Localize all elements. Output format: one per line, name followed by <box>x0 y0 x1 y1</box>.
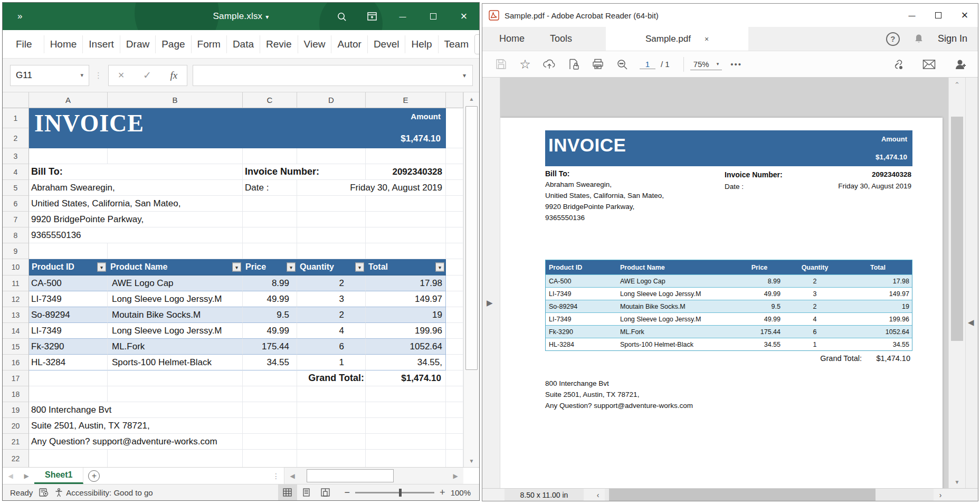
vertical-scrollbar-thumb[interactable] <box>465 106 478 370</box>
empty-cell[interactable] <box>29 148 108 164</box>
sheet-nav-left-icon[interactable]: ◀ <box>3 468 18 484</box>
macro-record-icon[interactable] <box>39 488 49 497</box>
page-layout-view-button[interactable] <box>297 484 316 500</box>
empty-cell[interactable] <box>243 243 297 259</box>
date-value-cell[interactable]: Friday 30, August 2019 <box>297 180 446 196</box>
row-header-2[interactable]: 2 <box>3 128 29 148</box>
footer-line-cell[interactable]: 800 Interchange Bvt <box>29 402 243 418</box>
empty-cell[interactable] <box>446 243 463 259</box>
tab-sample-pdf[interactable]: Sample.pdf × <box>606 27 748 51</box>
empty-cell[interactable] <box>446 108 463 148</box>
ribbon-display-options-icon[interactable] <box>357 3 387 30</box>
horizontal-scrollbar[interactable]: ◀ ▶ <box>284 468 463 484</box>
scroll-left-icon[interactable]: ◀ <box>284 468 300 484</box>
row-header-4[interactable]: 4 <box>3 164 29 180</box>
tab-home[interactable]: Home <box>487 27 537 51</box>
cell-price[interactable]: 49.99 <box>243 291 297 307</box>
sheet-nav-right-icon[interactable]: ▶ <box>18 468 34 484</box>
cell-product-name[interactable]: ML.Fork <box>108 339 243 355</box>
cell-product-id[interactable]: Fk-3290 <box>29 339 108 355</box>
empty-cell[interactable] <box>243 148 297 164</box>
ribbon-tab-home[interactable]: Home <box>44 35 83 53</box>
row-header-8[interactable]: 8 <box>3 227 29 243</box>
pdf-page[interactable]: INVOICE Amount $1,474.10 Bill To: Abraha… <box>500 118 943 488</box>
cell-total[interactable]: 199.96 <box>366 323 446 339</box>
empty-cell[interactable] <box>243 434 297 450</box>
row-header-16[interactable]: 16 <box>3 355 29 370</box>
upload-cloud-icon[interactable] <box>537 54 562 75</box>
empty-cell[interactable] <box>29 243 108 259</box>
grand-total-value-cell[interactable]: $1,474.10 <box>366 370 446 386</box>
table-header-price[interactable]: Price▾ <box>243 259 297 275</box>
empty-cell[interactable] <box>243 450 297 467</box>
scroll-up-icon[interactable]: ▲ <box>464 92 479 105</box>
empty-cell[interactable] <box>366 434 446 450</box>
scroll-right-icon[interactable]: › <box>934 491 947 499</box>
row-header-5[interactable]: 5 <box>3 180 29 196</box>
expand-left-panel-icon[interactable]: ▶ <box>487 298 493 308</box>
grand-total-label-cell[interactable]: Grand Total: <box>297 370 366 386</box>
row-header-11[interactable]: 11 <box>3 275 29 291</box>
cell-price[interactable]: 8.99 <box>243 275 297 291</box>
pdf-horizontal-scrollbar[interactable] <box>605 489 934 501</box>
ribbon-tab-view[interactable]: View <box>298 35 332 53</box>
empty-cell[interactable] <box>29 370 108 386</box>
close-tab-icon[interactable]: × <box>705 35 709 43</box>
row-header-21[interactable]: 21 <box>3 434 29 450</box>
search-icon[interactable] <box>610 54 634 75</box>
filter-button[interactable]: ▾ <box>232 263 241 272</box>
filter-button[interactable]: ▾ <box>97 263 106 272</box>
horizontal-scrollbar-thumb[interactable] <box>307 469 394 482</box>
column-header-d[interactable]: D <box>297 92 366 108</box>
empty-cell[interactable] <box>243 212 297 227</box>
minimize-button[interactable]: — <box>899 4 925 27</box>
empty-cell[interactable] <box>297 227 366 243</box>
scroll-left-icon[interactable]: ‹ <box>591 491 605 499</box>
zoom-slider[interactable] <box>355 492 434 493</box>
cell-product-id[interactable]: So-89294 <box>29 307 108 323</box>
empty-cell[interactable] <box>366 148 446 164</box>
empty-cell[interactable] <box>297 450 366 467</box>
empty-cell[interactable] <box>446 370 463 386</box>
row-header-7[interactable]: 7 <box>3 212 29 227</box>
empty-cell[interactable] <box>446 148 463 164</box>
row-header-1[interactable]: 1 <box>3 108 29 128</box>
quick-access-overflow-icon[interactable]: » <box>17 11 22 22</box>
empty-cell[interactable] <box>29 450 108 467</box>
cell-product-id[interactable]: CA-500 <box>29 275 108 291</box>
empty-cell[interactable] <box>446 180 463 196</box>
bill-to-label-cell[interactable]: Bill To: <box>29 164 243 180</box>
scroll-up-icon[interactable]: ⌃ <box>949 78 965 91</box>
email-envelope-icon[interactable] <box>917 54 941 75</box>
zoom-out-button[interactable]: − <box>345 487 350 498</box>
empty-cell[interactable] <box>108 450 243 467</box>
filter-button[interactable]: ▾ <box>287 263 296 272</box>
cell-product-name[interactable]: AWE Logo Cap <box>108 275 243 291</box>
help-icon[interactable]: ? <box>886 32 900 46</box>
empty-cell[interactable] <box>108 370 243 386</box>
pdf-vertical-scrollbar[interactable]: ⌃ ▼ <box>948 78 965 488</box>
cell-price[interactable]: 34.55 <box>243 355 297 370</box>
empty-cell[interactable] <box>446 434 463 450</box>
page-number-input[interactable] <box>640 60 655 69</box>
invoice-number-label-cell[interactable]: Invoice Number: <box>243 164 366 180</box>
row-header-20[interactable]: 20 <box>3 418 29 434</box>
empty-cell[interactable] <box>446 275 463 291</box>
table-header-product-name[interactable]: Product Name▾ <box>108 259 243 275</box>
left-panel-strip[interactable]: ▶ <box>482 78 500 488</box>
ribbon-tab-automate[interactable]: Autor <box>331 35 367 53</box>
page-break-preview-button[interactable] <box>316 484 335 500</box>
cell-total[interactable]: 34.55, <box>366 355 446 370</box>
cell-quantity[interactable]: 1 <box>297 355 366 370</box>
empty-cell[interactable] <box>446 291 463 307</box>
column-header-partial[interactable] <box>446 92 463 108</box>
sheet-tab-sheet1[interactable]: Sheet1 <box>34 468 83 484</box>
cell-product-id[interactable]: HL-3284 <box>29 355 108 370</box>
vertical-scrollbar[interactable]: ▲ ▼ <box>463 92 479 467</box>
empty-cell[interactable] <box>297 196 366 212</box>
row-header-6[interactable]: 6 <box>3 196 29 212</box>
empty-cell[interactable] <box>446 307 463 323</box>
empty-cell[interactable] <box>366 243 446 259</box>
ribbon-tab-developer[interactable]: Devel <box>368 35 406 53</box>
empty-cell[interactable] <box>366 402 446 418</box>
